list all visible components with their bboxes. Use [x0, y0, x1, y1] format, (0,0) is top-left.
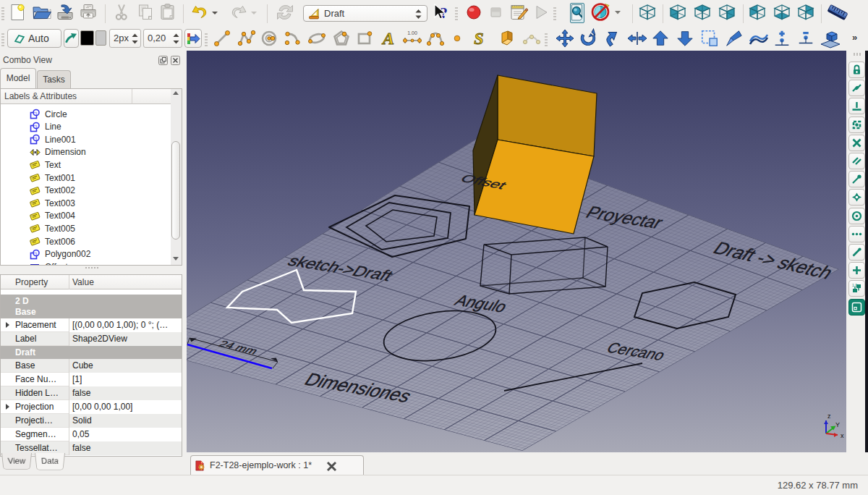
svg-text:A: A: [381, 29, 394, 48]
svg-text:x: x: [841, 432, 844, 439]
svg-text:S: S: [474, 29, 483, 48]
svg-text:1.0: 1.0: [852, 283, 857, 287]
svg-text:Y: Y: [835, 421, 840, 428]
svg-text:1.00: 1.00: [407, 30, 417, 35]
svg-text:z: z: [827, 412, 831, 420]
